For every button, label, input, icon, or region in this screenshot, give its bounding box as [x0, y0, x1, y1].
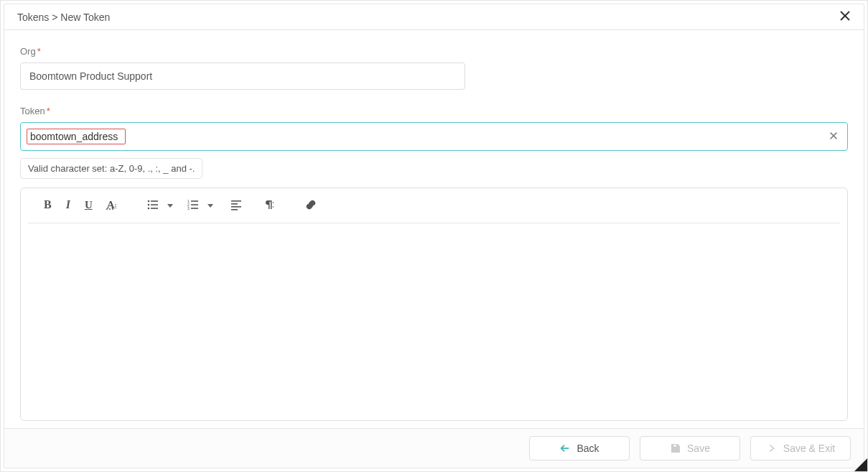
svg-point-8 [147, 208, 149, 210]
new-token-panel: Tokens > New Token Org* Token* [0, 0, 868, 472]
svg-rect-9 [151, 208, 158, 209]
resize-handle[interactable] [854, 458, 867, 471]
close-button[interactable] [839, 10, 851, 24]
link-icon [305, 199, 317, 210]
save-exit-button[interactable]: Save & Exit [750, 436, 851, 461]
required-indicator: * [37, 46, 41, 57]
org-field: Org* [20, 46, 848, 90]
arrow-left-icon [559, 443, 571, 454]
ordered-list-button[interactable]: 123 [180, 195, 206, 215]
svg-point-23 [272, 206, 274, 208]
svg-rect-21 [231, 209, 238, 210]
link-button[interactable] [298, 195, 324, 215]
align-icon [230, 199, 242, 210]
org-input[interactable] [20, 63, 465, 90]
svg-text:3: 3 [187, 206, 190, 210]
breadcrumb-parent[interactable]: Tokens [17, 11, 49, 23]
chevron-right-icon [766, 443, 778, 454]
unordered-list-button[interactable] [140, 195, 166, 215]
svg-rect-20 [231, 206, 241, 208]
required-indicator: * [47, 106, 50, 116]
back-label: Back [577, 443, 599, 454]
svg-marker-10 [167, 204, 173, 208]
underline-button[interactable]: U [78, 195, 100, 216]
font-style-button[interactable]: A: [100, 195, 124, 216]
bold-button[interactable]: B [37, 194, 59, 216]
back-button[interactable]: Back [529, 436, 630, 461]
svg-point-4 [147, 200, 149, 203]
numbered-list-icon: 123 [187, 199, 199, 210]
svg-point-22 [272, 202, 274, 203]
panel-footer: Back Save Save & Exit [4, 428, 864, 468]
svg-rect-16 [191, 208, 198, 209]
svg-rect-12 [191, 200, 198, 202]
clear-token-button[interactable] [829, 131, 839, 143]
token-input-container[interactable] [20, 122, 848, 151]
svg-rect-14 [191, 204, 198, 205]
italic-button[interactable]: I [59, 194, 78, 216]
token-field: Token* Valid character set: a-Z, 0-9, .,… [20, 106, 848, 179]
editor-toolbar: B I U A: 123 [28, 188, 840, 223]
align-button[interactable] [223, 195, 249, 215]
rich-text-editor: B I U A: 123 [20, 188, 848, 421]
token-input[interactable] [30, 131, 122, 142]
svg-rect-7 [151, 204, 158, 205]
close-icon [829, 131, 839, 141]
breadcrumb-separator: > [52, 11, 57, 23]
svg-rect-18 [231, 200, 241, 202]
panel-body: Org* Token* Valid character set: a-Z, 0-… [4, 30, 864, 428]
close-icon [839, 10, 851, 22]
token-hint: Valid character set: a-Z, 0-9, ., :, _ a… [20, 158, 202, 179]
save-icon [670, 443, 681, 454]
editor-content[interactable] [21, 223, 847, 420]
ordered-list-dropdown[interactable] [207, 199, 213, 210]
token-label: Token* [20, 106, 848, 116]
svg-rect-5 [151, 200, 158, 202]
panel-header: Tokens > New Token [4, 4, 864, 30]
save-button[interactable]: Save [640, 436, 740, 461]
breadcrumb-current: New Token [60, 11, 110, 23]
breadcrumb: Tokens > New Token [17, 11, 110, 23]
svg-point-6 [147, 204, 149, 206]
save-label: Save [687, 443, 710, 454]
unordered-list-dropdown[interactable] [167, 199, 173, 210]
paragraph-button[interactable] [256, 195, 282, 215]
bullet-list-icon [147, 199, 159, 210]
svg-marker-17 [207, 204, 213, 208]
token-highlight-box [27, 129, 126, 144]
org-label: Org* [20, 46, 848, 57]
paragraph-icon [263, 199, 275, 210]
svg-rect-19 [231, 203, 238, 205]
save-exit-label: Save & Exit [783, 443, 835, 454]
